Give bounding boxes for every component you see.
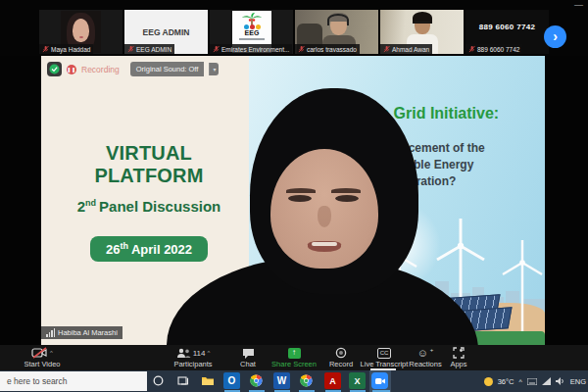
video-options-caret[interactable]: ^ — [50, 350, 53, 356]
start-video-button[interactable]: ^ Start Video — [8, 347, 76, 368]
chrome-icon-2[interactable] — [298, 372, 315, 389]
touch-keyboard-icon[interactable] — [527, 378, 537, 385]
acrobat-icon[interactable]: A — [324, 372, 341, 389]
participants-count: 114 — [193, 349, 206, 358]
outlook-icon[interactable]: O — [223, 372, 240, 389]
taskbar-search-input[interactable]: e here to search — [0, 371, 147, 391]
security-shield-icon[interactable] — [47, 62, 62, 76]
weather-sun-icon[interactable] — [484, 377, 493, 386]
participants-icon — [176, 348, 191, 359]
participant-name-label: EEG ADMIN — [124, 44, 174, 54]
apps-icon — [453, 347, 465, 359]
participant-name-label: 889 6060 7742 — [466, 44, 522, 54]
participant-name-label: carlos travassado — [295, 44, 360, 54]
participant-tile-eeg-admin[interactable]: EEG ADMIN EEG ADMIN — [124, 10, 208, 54]
record-button[interactable]: Record — [323, 347, 359, 368]
zoom-meeting-window: Maya Haddad EEG ADMIN EEG ADMIN EEG — [0, 0, 588, 392]
participant-tile-maya[interactable]: Maya Haddad — [39, 10, 122, 54]
tray-chevron-icon[interactable]: ^ — [518, 378, 521, 385]
participant-name-label: Ahmad Awan — [380, 44, 432, 54]
active-speaker-video: VIRTUAL PLATFORM 2ndPanel Discussion 26t… — [41, 56, 545, 345]
participant-gallery: Maya Haddad EEG ADMIN EEG ADMIN EEG — [0, 0, 588, 56]
phone-number-display: 889 6060 7742 — [466, 10, 549, 44]
participant-name-label: Maya Haddad — [39, 44, 93, 54]
muted-mic-icon — [127, 45, 134, 53]
language-indicator[interactable]: ENG — [570, 377, 586, 386]
cc-icon: CC — [377, 348, 392, 359]
participant-tile-emirates-environment[interactable]: EEG Emirates Environment... — [210, 10, 293, 54]
slide-title: VIRTUAL PLATFORM — [49, 142, 249, 187]
chat-icon — [242, 348, 255, 359]
recording-indicator-icon[interactable]: ❚❚ — [67, 65, 76, 74]
recording-label: Recording — [81, 65, 120, 74]
chrome-icon[interactable] — [248, 372, 265, 389]
zoom-app-active-tile[interactable] — [369, 370, 391, 392]
task-view-icon[interactable] — [174, 372, 191, 389]
original-sound-dropdown[interactable]: ▾ — [209, 63, 219, 75]
zoom-toolbar: ^ Start Video 114 ^ Participants Chat ↑ … — [0, 345, 588, 370]
share-screen-button[interactable]: ↑ Share Screen — [267, 347, 321, 368]
video-off-icon — [31, 347, 48, 359]
windows-taskbar: e here to search O W A X — [0, 370, 588, 392]
system-tray: 36°C ^ ENG — [484, 370, 586, 392]
record-icon — [335, 347, 347, 359]
participants-caret[interactable]: ^ — [207, 350, 210, 356]
video-overlay-controls: ❚❚ Recording Original Sound: Off ▾ — [47, 62, 219, 76]
speaker-face — [270, 149, 378, 269]
chat-button[interactable]: Chat — [233, 347, 263, 368]
gallery-next-page-button[interactable]: › — [544, 25, 566, 48]
participant-tile-phone[interactable]: 889 6060 7742 889 6060 7742 — [466, 10, 549, 54]
muted-mic-icon — [383, 45, 390, 53]
slide-left-panel: VIRTUAL PLATFORM 2ndPanel Discussion 26t… — [49, 142, 249, 262]
participant-tile-ahmad[interactable]: Ahmad Awan — [380, 10, 464, 54]
muted-mic-icon — [468, 45, 475, 53]
file-explorer-icon[interactable] — [199, 372, 216, 389]
share-screen-icon: ↑ — [288, 348, 301, 359]
participants-button[interactable]: 114 ^ Participants — [165, 347, 221, 368]
muted-mic-icon — [42, 45, 49, 53]
volume-icon[interactable] — [556, 377, 565, 385]
signal-bars-icon — [46, 328, 55, 337]
speaker-name-tag: Habiba Al Marashi — [41, 326, 122, 339]
slide-subtitle: 2ndPanel Discussion — [49, 198, 249, 215]
cortana-icon[interactable] — [150, 372, 167, 389]
headset — [327, 14, 349, 25]
apps-button[interactable]: Apps — [443, 347, 474, 368]
word-icon[interactable]: W — [273, 372, 290, 389]
network-icon[interactable] — [542, 377, 551, 385]
participant-name-label: Emirates Environment... — [210, 44, 292, 54]
logo-text: EEG — [245, 29, 260, 37]
participant-tile-carlos[interactable]: carlos travassado — [295, 10, 378, 54]
slide-date-badge: 26thApril 2022 — [90, 236, 208, 262]
reactions-button[interactable]: ☺+ Reactions — [404, 347, 447, 368]
window-minimize-icon[interactable]: — — [574, 0, 583, 10]
muted-mic-icon — [213, 45, 220, 53]
zoom-app-icon — [371, 372, 388, 389]
excel-icon[interactable]: X — [349, 372, 366, 389]
muted-mic-icon — [298, 45, 305, 53]
glasses — [415, 22, 430, 25]
weather-temperature[interactable]: 36°C — [498, 377, 514, 386]
original-sound-button[interactable]: Original Sound: Off — [130, 62, 205, 76]
reactions-icon: ☺ — [417, 347, 428, 359]
